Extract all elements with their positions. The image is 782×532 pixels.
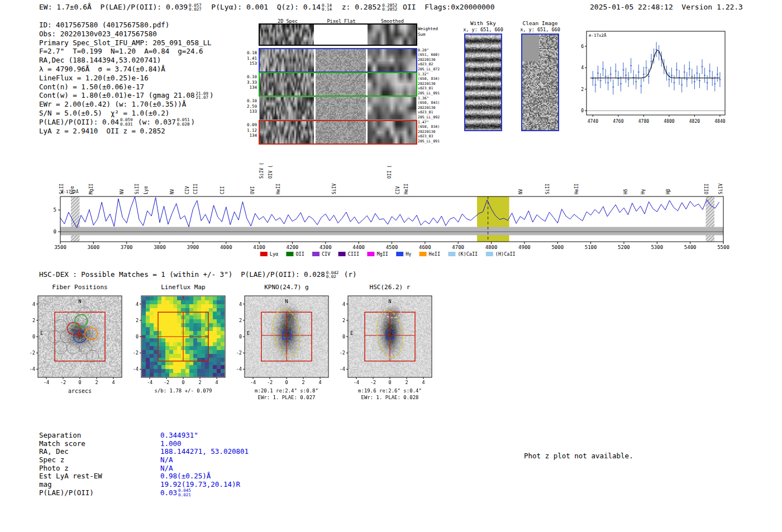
info-line: Primary Spec_Slot_IFU_AMP: 205_091_058_L… [39, 39, 214, 47]
spec2d-row-annotation: 1.32" (650, 834) 20220130 v023_01 205_LL… [418, 72, 440, 95]
stacked-uncertainty: 0.140.14 [322, 3, 332, 12]
svg-text:0: 0 [285, 380, 288, 385]
spec2d-row-stats: 0.10 3.33 134 [244, 74, 257, 90]
text-segment: RA,Dec (188.144394,53.020741) [39, 56, 161, 64]
svg-text:-2: -2 [60, 380, 66, 385]
svg-text:2: 2 [136, 318, 139, 323]
svg-text:-2: -2 [370, 380, 376, 385]
svg-text:0: 0 [239, 334, 242, 339]
svg-text:0: 0 [342, 334, 345, 339]
svg-text:-2: -2 [133, 350, 139, 356]
info-line: LyA z = 2.9410 OII z = 0.2852 [39, 127, 214, 136]
text-segment: 1.000 [160, 439, 182, 448]
svg-text:4300: 4300 [320, 245, 332, 250]
catalog-match-table: Separation0.344931"Match score1.000RA, D… [39, 431, 249, 497]
svg-text:-2: -2 [236, 350, 242, 356]
smoothed-strip [368, 25, 416, 45]
svg-text:HeII: HeII [404, 184, 409, 194]
cutout-caption-hsc: m:19.6 re:2.6" s:0.4" [337, 388, 443, 394]
info-line: λ = 4790.96Å σ = 3.74(±0.84)Å [39, 65, 214, 74]
svg-text:E: E [247, 330, 250, 336]
svg-text:Hγ: Hγ [406, 251, 411, 257]
match-field-value: 0.98(±0.25)Å [160, 472, 211, 480]
match-field-value: 19.92(19.73,20.14)R [160, 480, 240, 488]
svg-text:4: 4 [112, 380, 115, 385]
svg-text:-4: -4 [340, 366, 345, 372]
svg-text:6: 6 [581, 44, 584, 49]
match-field-value: 0.344931" [160, 431, 198, 439]
stacked-uncertainty: 0.28520.2852 [382, 3, 397, 12]
svg-text:5000: 5000 [551, 245, 564, 250]
stacked-uncertainty: 21.0921.07 [196, 92, 208, 100]
spec2d-row-stats: 0.09 1.12 134 [244, 122, 257, 138]
svg-text:Hδ: Hδ [623, 189, 628, 194]
info-line: LineFlux = 1.20(±0.25)e-16 [39, 74, 214, 83]
svg-text:4100: 4100 [253, 245, 265, 250]
svg-text:2: 2 [302, 380, 304, 385]
text-segment: 0.344931" [160, 431, 198, 439]
spec2d-strip [260, 73, 314, 95]
svg-text:-4: -4 [133, 366, 139, 372]
svg-text:4: 4 [581, 65, 584, 70]
text-segment: 0.98(±0.25)Å [160, 472, 211, 480]
match-table-row: Match score1.000 [39, 439, 249, 448]
spec2d-strip [260, 25, 314, 45]
svg-text:5: 5 [54, 207, 56, 213]
match-field-label: P(LAE)/P(OII) [39, 488, 160, 497]
svg-text:SiII: SiII [545, 184, 550, 194]
clean-image-subtitle: x, y: 651, 660 [507, 27, 574, 32]
match-field-label: RA, Dec [39, 447, 160, 456]
info-line: F=2.7" T=0.199 N=1.20 A=0.84 g=24.6 [39, 47, 214, 56]
svg-text:2: 2 [95, 380, 98, 385]
svg-text:2: 2 [239, 318, 242, 323]
svg-text:4: 4 [342, 301, 345, 307]
svg-text:OVI: OVI [250, 186, 255, 194]
text-segment: 188.144271, 53.020801 [160, 447, 249, 456]
text-segment: EWr = 2.00(±0.42) (w: 1.70(±0.35))Å [39, 100, 186, 108]
svg-text:0: 0 [136, 334, 139, 339]
match-table-row: mag19.92(19.73,20.14)R [39, 480, 249, 488]
text-segment: Cont(n) = 1.50(±0.06)e-17 [39, 83, 144, 91]
info-line: Obs: 20220130v023_4017567580 [39, 30, 214, 39]
svg-text:4: 4 [136, 301, 139, 307]
svg-text:OII: OII [295, 251, 304, 257]
svg-text:5400: 5400 [684, 245, 697, 250]
pixelflat-strip [316, 73, 366, 95]
svg-text:3800: 3800 [154, 245, 166, 250]
match-field-label: Est LyA rest-EW [39, 472, 160, 480]
match-field-value: 0.030.0450.021 [160, 488, 192, 497]
withsky-image [465, 35, 501, 130]
svg-text:HeII: HeII [276, 184, 281, 194]
kpno-axes-overlay: -4-4-2-2002244NE [230, 291, 336, 390]
svg-text:4: 4 [239, 301, 242, 307]
match-field-value: 188.144271, 53.020801 [160, 447, 249, 456]
svg-text:-4: -4 [44, 380, 49, 385]
svg-text:HeII: HeII [574, 184, 579, 194]
text-segment: z: 0.2852 [333, 3, 381, 11]
full-spectrum-plot: 0535003600370038003900400041004200430044… [47, 161, 732, 268]
spec2d-row-annotation: 1.47" (650, 834) 20220130 v023_03 205_LL… [418, 120, 440, 143]
svg-text:E: E [350, 330, 353, 336]
match-field-value: N/A [160, 456, 173, 464]
svg-text:SiIV: SiIV [718, 184, 723, 194]
svg-text:SiII: SiII [135, 184, 140, 194]
text-segment: λ = 4790.96Å σ = 3.74(±0.84)Å [39, 65, 165, 73]
svg-text:4400: 4400 [352, 245, 365, 250]
svg-text:4: 4 [32, 301, 35, 307]
text-segment: ) [209, 91, 214, 99]
svg-text:4840: 4840 [714, 119, 725, 124]
info-line: ID: 4017567580 (4017567580.pdf) [39, 21, 214, 30]
svg-text:5100: 5100 [585, 245, 597, 250]
svg-text:NV: NV [170, 189, 175, 194]
text-segment: (r) [340, 270, 356, 279]
cutout-title-kpno: KPNO(24.7) g [233, 284, 340, 291]
svg-text:4000: 4000 [220, 245, 232, 250]
match-field-label: Spec z [39, 456, 160, 464]
clean-image-frame [521, 33, 559, 131]
stacked-uncertainty: 0.0570.027 [189, 3, 202, 12]
svg-text:4500: 4500 [386, 245, 398, 250]
svg-text:OII (: OII ( [387, 165, 392, 179]
svg-text:4: 4 [215, 380, 218, 385]
svg-text:CIII: CIII [348, 251, 359, 257]
timestamp-version: 2025-01-05 22:48:12 Version 1.22.3 [590, 3, 743, 11]
